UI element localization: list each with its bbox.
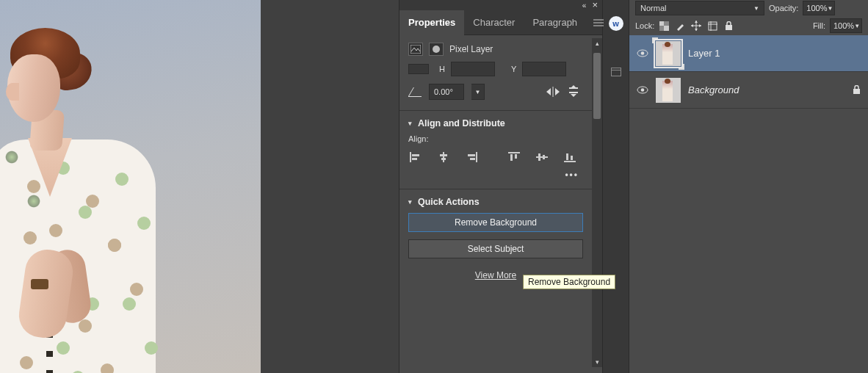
pixel-layer-icon — [408, 43, 423, 56]
layer-name[interactable]: Background — [688, 84, 739, 95]
panel-menu-icon[interactable] — [586, 19, 611, 26]
svg-rect-25 — [543, 155, 545, 159]
dock-strip: w — [602, 0, 629, 373]
svg-rect-24 — [538, 153, 540, 161]
properties-panel: « × Properties Character Paragraph Pixel… — [399, 0, 602, 373]
align-vcenter-icon[interactable] — [536, 152, 548, 162]
dock-separator — [611, 47, 621, 51]
rotation-field[interactable]: 0.00° — [429, 84, 464, 100]
svg-point-45 — [641, 88, 645, 92]
layer-thumbnail[interactable] — [656, 78, 681, 103]
svg-rect-31 — [664, 26, 669, 31]
y-field[interactable] — [522, 62, 566, 76]
tab-paragraph[interactable]: Paragraph — [524, 10, 586, 35]
layer-name[interactable]: Layer 1 — [688, 48, 720, 59]
layers-panel: Normal ▼ Opacity: 100%▼ Lock: Fill: 100%… — [629, 0, 868, 373]
quick-actions-header[interactable]: ▾ Quick Actions — [408, 197, 583, 207]
svg-rect-41 — [726, 25, 732, 30]
document-image[interactable] — [0, 0, 261, 373]
svg-marker-10 — [571, 94, 576, 97]
align-section-header[interactable]: ▾ Align and Distribute — [408, 118, 583, 128]
quick-actions-title: Quick Actions — [418, 197, 480, 207]
flip-horizontal-icon[interactable] — [546, 87, 560, 97]
blend-mode-select[interactable]: Normal ▼ — [635, 1, 764, 15]
svg-rect-22 — [515, 154, 517, 159]
dock-panel-icon[interactable] — [611, 68, 621, 76]
align-left-icon[interactable] — [410, 152, 422, 162]
svg-point-43 — [641, 51, 645, 55]
layer-item[interactable]: Background — [629, 72, 868, 109]
mask-icon — [429, 43, 444, 56]
svg-marker-34 — [695, 21, 698, 23]
svg-rect-16 — [441, 158, 446, 160]
opacity-field[interactable]: 100%▼ — [803, 1, 835, 15]
scroll-up-icon[interactable]: ▴ — [592, 38, 602, 48]
panel-tabs: Properties Character Paragraph — [399, 10, 602, 35]
align-bottom-icon[interactable] — [564, 152, 576, 162]
rotation-dropdown[interactable]: ▼ — [471, 84, 485, 100]
align-right-icon[interactable] — [466, 152, 477, 162]
y-label: Y — [511, 65, 516, 73]
h-label: H — [439, 65, 445, 73]
layer-type-label: Pixel Layer — [449, 44, 493, 54]
svg-rect-13 — [412, 158, 417, 160]
lock-icon[interactable] — [853, 85, 861, 95]
height-field[interactable] — [451, 62, 495, 76]
fill-value: 100% — [833, 21, 854, 30]
width-field[interactable] — [408, 64, 429, 74]
lock-pixels-icon[interactable] — [673, 19, 687, 32]
svg-rect-30 — [659, 21, 664, 26]
align-top-icon[interactable] — [508, 152, 520, 162]
layer-thumbnail[interactable] — [656, 41, 681, 66]
scroll-down-icon[interactable]: ▾ — [592, 357, 602, 367]
tab-character[interactable]: Character — [464, 10, 524, 35]
align-hcenter-icon[interactable] — [438, 152, 449, 162]
svg-rect-18 — [468, 154, 475, 156]
visibility-icon[interactable] — [637, 86, 648, 94]
fill-label: Fill: — [813, 21, 825, 30]
svg-rect-15 — [440, 154, 447, 156]
svg-marker-37 — [699, 24, 701, 27]
flip-vertical-icon[interactable] — [568, 85, 579, 98]
align-section-title: Align and Distribute — [418, 118, 505, 128]
collapse-icon[interactable]: « — [582, 1, 587, 10]
svg-marker-36 — [691, 24, 693, 27]
opacity-value: 100% — [806, 4, 827, 12]
lock-all-icon[interactable] — [722, 19, 735, 32]
tab-properties[interactable]: Properties — [399, 10, 464, 35]
svg-rect-28 — [571, 156, 573, 160]
svg-rect-38 — [709, 22, 717, 30]
svg-marker-8 — [571, 85, 576, 88]
opacity-label: Opacity: — [769, 4, 798, 12]
lock-artboard-icon[interactable] — [706, 19, 719, 32]
svg-marker-35 — [695, 29, 698, 31]
chevron-down-icon: ▾ — [408, 120, 412, 127]
align-label: Align: — [408, 134, 583, 143]
svg-rect-12 — [412, 154, 419, 156]
close-icon[interactable]: × — [592, 1, 598, 9]
svg-rect-27 — [566, 153, 568, 160]
svg-rect-19 — [470, 158, 475, 160]
lock-label: Lock: — [635, 21, 654, 30]
panel-scrollbar[interactable]: ▴ ▾ — [592, 38, 602, 367]
chevron-down-icon: ▾ — [408, 198, 412, 206]
more-options-icon[interactable]: ••• — [408, 167, 583, 180]
visibility-icon[interactable] — [637, 49, 648, 57]
remove-background-button[interactable]: Remove Background — [408, 213, 583, 232]
tooltip: Remove Background — [523, 275, 615, 289]
rotation-icon — [408, 87, 422, 97]
layer-item[interactable]: Layer 1 — [629, 35, 868, 72]
scroll-thumb[interactable] — [593, 53, 601, 119]
select-subject-button[interactable]: Select Subject — [408, 239, 583, 258]
lock-position-icon[interactable] — [690, 19, 703, 32]
svg-marker-4 — [546, 88, 551, 95]
lock-transparency-icon[interactable] — [657, 19, 670, 32]
blend-mode-value: Normal — [640, 4, 666, 12]
fill-field[interactable]: 100%▼ — [830, 18, 862, 33]
canvas-zone[interactable] — [0, 0, 399, 373]
svg-marker-6 — [555, 88, 560, 95]
svg-rect-21 — [510, 154, 513, 161]
svg-rect-46 — [853, 89, 860, 94]
